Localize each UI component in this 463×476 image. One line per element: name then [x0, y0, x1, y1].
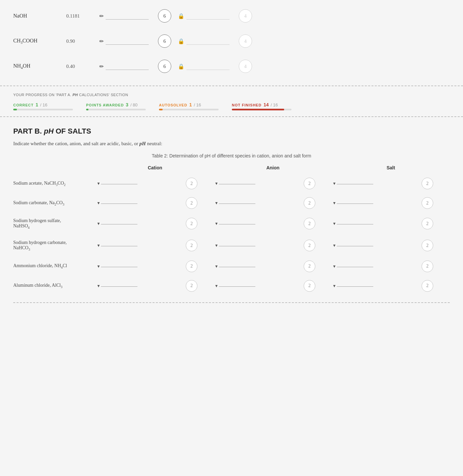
chevron-sc-cation[interactable]: ▾: [97, 200, 100, 206]
cell-shc-salt-dropdown: ▾: [332, 235, 420, 257]
ch3cooh-edit-input[interactable]: [106, 38, 149, 45]
chevron-ac-salt[interactable]: ▾: [333, 264, 335, 269]
chevron-shs-anion[interactable]: ▾: [215, 221, 218, 226]
label-sodium-carbonate: Sodium carbonate, Na2CO3: [13, 193, 96, 213]
ch3cooh-lock-input: [186, 38, 230, 45]
nh4oh-badge1: 6: [158, 60, 171, 73]
dropdown-ac-salt[interactable]: [337, 266, 373, 267]
cell-alcl-cation-badge: 2: [184, 276, 214, 296]
not-finished-bar-fill: [232, 109, 284, 110]
correct-label: CORRECT: [13, 103, 33, 107]
chevron-shc-salt[interactable]: ▾: [333, 243, 335, 248]
cell-shs-anion-dropdown: ▾: [214, 213, 302, 235]
correct-bar-row: [13, 109, 73, 110]
cell-ac-cation-dropdown: ▾: [96, 257, 184, 276]
stat-correct: CORRECT 1 / 16: [13, 102, 73, 110]
label-sodium-acetate: Sodium acetate, NaCH3CO2: [13, 174, 96, 193]
row-sodium-hydrogen-carbonate: Sodium hydrogen carbonate,NaHCO3 ▾ 2 ▾: [13, 235, 450, 257]
dropdown-shs-cation[interactable]: [101, 223, 137, 224]
chevron-alcl-cation[interactable]: ▾: [97, 283, 100, 289]
ch3cooh-lock-group: 🔒: [178, 38, 230, 45]
chevron-sa-cation[interactable]: ▾: [97, 181, 100, 186]
dropdown-sc-cation[interactable]: [101, 202, 137, 204]
chevron-ac-cation[interactable]: ▾: [97, 264, 100, 269]
stat-autosolved-top: AUTOSOLVED 1 / 16: [159, 102, 219, 107]
th-empty: [13, 165, 96, 174]
badge-sc-anion: 2: [304, 197, 315, 209]
badge-shc-salt: 2: [422, 240, 433, 251]
dropdown-ac-anion[interactable]: [219, 266, 255, 267]
row-sodium-carbonate: Sodium carbonate, Na2CO3 ▾ 2 ▾: [13, 193, 450, 213]
dropdown-shs-salt[interactable]: [337, 223, 373, 224]
dropdown-sc-anion[interactable]: [219, 202, 255, 204]
progress-stats: CORRECT 1 / 16 POINTS AWARDED 3 / 80: [13, 102, 450, 110]
cell-ac-cation-badge: 2: [184, 257, 214, 276]
points-bar-bg: [86, 109, 146, 110]
dropdown-alcl-anion[interactable]: [219, 285, 255, 287]
dropdown-shc-salt[interactable]: [337, 245, 373, 246]
naoh-name: NaOH: [13, 13, 66, 19]
naoh-badge2: 4: [239, 9, 252, 23]
cell-alcl-salt-badge: 2: [420, 276, 450, 296]
dropdown-ac-cation[interactable]: [101, 266, 137, 267]
chevron-sc-anion[interactable]: ▾: [215, 200, 218, 206]
naoh-edit-group: ✏: [99, 13, 149, 20]
bottom-divider: [13, 302, 450, 303]
dropdown-sa-salt[interactable]: [337, 183, 373, 184]
row-sodium-hydrogen-sulfate: Sodium hydrogen sulfate,NaHSO4 ▾ 2 ▾: [13, 213, 450, 235]
dropdown-sa-anion[interactable]: [219, 183, 255, 184]
chevron-shs-salt[interactable]: ▾: [333, 221, 335, 226]
chevron-alcl-anion[interactable]: ▾: [215, 283, 218, 289]
cell-sa-salt-dropdown: ▾: [332, 174, 420, 193]
cell-alcl-anion-badge: 2: [302, 276, 332, 296]
badge-shc-cation: 2: [186, 240, 197, 251]
chevron-shs-cation[interactable]: ▾: [97, 221, 100, 226]
ch3cooh-badge1: 6: [158, 34, 171, 48]
pencil-icon-nh4oh[interactable]: ✏: [99, 63, 104, 70]
pencil-icon-naoh[interactable]: ✏: [99, 13, 104, 19]
dropdown-sc-salt[interactable]: [337, 202, 373, 204]
cell-ac-salt-badge: 2: [420, 257, 450, 276]
chevron-sa-salt[interactable]: ▾: [333, 181, 335, 186]
nh4oh-badge2: 4: [239, 60, 252, 73]
dropdown-sa-cation[interactable]: [101, 183, 137, 184]
dropdown-shs-anion[interactable]: [219, 223, 255, 224]
badge-shs-cation: 2: [186, 218, 197, 229]
cell-sa-anion-badge: 2: [302, 174, 332, 193]
nh4oh-row: NH4OH 0.40 ✏ 6 🔒 4: [13, 54, 450, 79]
ch3cooh-value: 0.90: [66, 38, 99, 44]
cell-sc-anion-dropdown: ▾: [214, 193, 302, 213]
naoh-badge1: 6: [158, 9, 171, 23]
dropdown-alcl-cation[interactable]: [101, 285, 137, 287]
correct-total: / 16: [40, 102, 47, 107]
naoh-value: 0.1181: [66, 13, 99, 19]
cell-shs-anion-badge: 2: [302, 213, 332, 235]
part-b-title: PART B. pH OF SALTS: [13, 127, 450, 136]
dropdown-shc-cation[interactable]: [101, 245, 137, 246]
chevron-shc-anion[interactable]: ▾: [215, 243, 218, 248]
dropdown-alcl-salt[interactable]: [337, 285, 373, 287]
chevron-alcl-salt[interactable]: ▾: [333, 283, 335, 289]
nh4oh-edit-input[interactable]: [106, 63, 149, 70]
autosolved-value: 1: [189, 102, 192, 107]
badge-ac-cation: 2: [186, 261, 197, 272]
stat-not-finished-top: NOT FINISHED 14 / 16: [232, 102, 291, 107]
badge-ac-anion: 2: [304, 261, 315, 272]
chevron-sc-salt[interactable]: ▾: [333, 200, 335, 206]
nh4oh-lock-input: [186, 63, 230, 70]
naoh-edit-input[interactable]: [106, 13, 149, 20]
naoh-lock-group: 🔒: [178, 13, 230, 20]
dropdown-shc-anion[interactable]: [219, 245, 255, 246]
label-ammonium-chloride: Ammonium chloride, NH4Cl: [13, 257, 96, 276]
chevron-sa-anion[interactable]: ▾: [215, 181, 218, 186]
cell-alcl-cation-dropdown: ▾: [96, 276, 184, 296]
cell-sa-cation-badge: 2: [184, 174, 214, 193]
chevron-ac-anion[interactable]: ▾: [215, 264, 218, 269]
cell-ac-anion-dropdown: ▾: [214, 257, 302, 276]
pencil-icon-ch3cooh[interactable]: ✏: [99, 38, 104, 44]
cell-alcl-anion-dropdown: ▾: [214, 276, 302, 296]
stat-points: POINTS AWARDED 3 / 80: [86, 102, 146, 110]
lock-icon-ch3cooh: 🔒: [178, 38, 184, 44]
chevron-shc-cation[interactable]: ▾: [97, 243, 100, 248]
points-total: / 80: [130, 102, 138, 107]
